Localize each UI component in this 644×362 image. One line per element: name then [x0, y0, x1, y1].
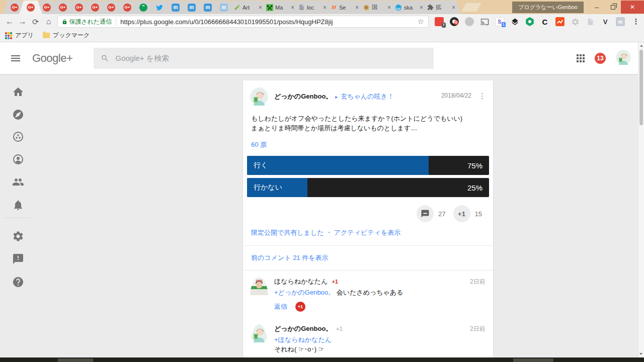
bookmark-apps[interactable]: アプリ — [5, 31, 34, 40]
poll-fill — [247, 156, 429, 175]
header-right: 13 — [577, 50, 631, 67]
back-button[interactable]: ← — [3, 17, 16, 26]
post-card: どっかのGenboo。 ▸ 玄ちゃんの呟き！ 2018/04/22 ⋮ もしわた… — [243, 80, 493, 362]
sidebar-item-settings[interactable] — [12, 230, 24, 242]
mention-link[interactable]: +ほならねかなたん — [274, 336, 332, 343]
notifications-badge[interactable]: 13 — [595, 53, 606, 64]
restore-icon — [611, 5, 615, 10]
plus-one-count: 15 — [475, 210, 482, 218]
mention-link[interactable]: +どっかのGenboo。 — [274, 289, 335, 296]
extension-wave-icon[interactable] — [555, 17, 565, 26]
poll-option-ikanai[interactable]: 行かない 25% — [247, 178, 489, 197]
collection-link[interactable]: 玄ちゃんの呟き！ — [341, 92, 394, 101]
poll-option-percent: 25% — [467, 184, 482, 192]
comment-time: 2日前 — [470, 324, 486, 362]
reload-button[interactable]: ⟳ — [29, 17, 42, 27]
tab-close-icon[interactable]: × — [355, 5, 359, 10]
extension-gear-faded-icon[interactable] — [571, 17, 580, 26]
profile-chip[interactable]: プログラなーいGenboo — [512, 2, 584, 13]
googleplus-favicon-icon: G+ — [11, 4, 19, 12]
lock-icon — [62, 19, 67, 25]
sidebar-item-people[interactable] — [12, 176, 24, 188]
extension-c-icon[interactable]: C — [540, 17, 549, 26]
reply-link[interactable]: 返信 — [274, 302, 287, 311]
previous-comments-link[interactable]: 前のコメント 21 件を表示 — [243, 246, 493, 270]
scrollbar-down-arrow[interactable] — [639, 353, 642, 355]
commenter-avatar[interactable] — [250, 324, 268, 362]
user-avatar[interactable] — [616, 50, 631, 67]
apps-grid-icon — [5, 32, 12, 39]
tab-close-icon[interactable]: × — [259, 5, 262, 10]
extension-blocker-icon[interactable]: 7 — [435, 17, 444, 26]
creeper-icon — [266, 4, 273, 11]
stylish-letter: S — [498, 19, 501, 25]
tab-extensions[interactable]: 拡 × — [422, 1, 461, 14]
extension-stylish-icon[interactable]: S1 — [495, 17, 504, 26]
browser-menu-icon[interactable]: ⋮ — [631, 17, 641, 26]
extension-mastodon-faded-icon[interactable]: m — [616, 17, 625, 26]
tab-close-icon[interactable]: × — [420, 5, 423, 10]
commenter-avatar[interactable] — [250, 277, 268, 318]
secure-indicator[interactable]: 保護された通信 — [62, 18, 112, 26]
hamburger-menu-icon[interactable] — [11, 54, 20, 63]
home-button[interactable]: ⌂ — [42, 17, 55, 26]
search-input[interactable] — [115, 54, 427, 62]
tab-close-icon[interactable]: × — [291, 5, 294, 10]
sidebar-item-communities[interactable] — [12, 131, 24, 143]
comment: どっかのGenboo。 +1 +ほならねかなたん それね( ☞･o･) ☞ 返信… — [243, 318, 493, 362]
collection-arrow-icon: ▸ — [335, 94, 338, 100]
post-author-name[interactable]: どっかのGenboo。 — [274, 92, 332, 101]
extension-doc-faded-icon[interactable] — [586, 17, 595, 26]
sidebar-item-discover[interactable] — [12, 109, 24, 121]
extension-layers-icon[interactable] — [510, 17, 519, 26]
post-author-avatar[interactable] — [250, 87, 268, 108]
sidebar-item-feedback[interactable] — [12, 253, 24, 265]
post-date: 2018/04/22 — [441, 87, 471, 99]
extension-cast-icon[interactable] — [480, 17, 489, 26]
poll-option-iku[interactable]: 行く 75% — [247, 156, 489, 175]
tab-close-icon[interactable]: × — [452, 5, 455, 10]
hangouts-favicon-icon: ” — [139, 4, 147, 12]
bookmark-star-icon[interactable]: ☆ — [418, 17, 424, 26]
googleplus-favicon-icon: G+ — [43, 4, 51, 12]
sidebar-item-help[interactable] — [12, 276, 24, 288]
tab-close-icon[interactable]: × — [387, 5, 391, 10]
sidebar-item-profile[interactable] — [12, 153, 24, 165]
new-tab-button[interactable] — [461, 3, 481, 12]
sidebar-divider — [5, 218, 31, 218]
scrollbar[interactable] — [638, 42, 644, 357]
share-visibility-link[interactable]: 限定公開で共有しました ・ アクティビティを表示 — [243, 223, 493, 245]
extension-photos-icon[interactable] — [465, 17, 474, 26]
tab-close-icon[interactable]: × — [323, 5, 327, 10]
comment-plusone-button[interactable]: +1 — [295, 302, 305, 312]
bookmark-folder[interactable]: ブックマーク — [43, 31, 90, 40]
post-body: もしわたしがオフ会やったとしたら来ますか？(ホントにどうでもいい) まぁとりま時… — [243, 108, 493, 133]
commenter-name[interactable]: ほならねかなたん — [274, 277, 328, 286]
sidebar-item-notifications[interactable] — [12, 199, 24, 211]
comment-button[interactable] — [417, 205, 434, 222]
extension-v-icon[interactable]: V — [601, 17, 610, 26]
google-apps-icon[interactable] — [577, 54, 585, 62]
extension-donut-icon[interactable]: 0 — [450, 17, 459, 26]
scrollbar-thumb[interactable] — [639, 50, 643, 125]
commenter-name[interactable]: どっかのGenboo。 — [274, 324, 332, 333]
plus-one-button[interactable]: +1 — [453, 205, 470, 222]
gplus-logo[interactable]: Google+ — [32, 52, 72, 65]
mastodon-letter: m — [618, 19, 623, 25]
tab-googleplus-active[interactable]: G+ — [19, 1, 42, 14]
scrollbar-up-arrow[interactable] — [640, 45, 643, 47]
sidebar-item-home[interactable] — [12, 86, 24, 98]
comment-plusone-badge: +1 — [332, 279, 338, 285]
window-restore-button[interactable] — [605, 1, 621, 14]
forward-button[interactable]: → — [16, 17, 29, 26]
document-icon — [298, 4, 305, 11]
mastodon-favicon-icon: m — [204, 4, 212, 12]
window-close-button[interactable]: ✕ — [621, 1, 644, 14]
address-bar[interactable]: 保護された通信 https://plus.google.com/u/0/1066… — [57, 16, 429, 28]
poll-votes-link[interactable]: 60 票 — [243, 133, 493, 149]
extension-hexagon-icon[interactable] — [525, 17, 534, 26]
poll-option-label: 行く — [247, 161, 268, 170]
post-menu-icon[interactable]: ⋮ — [471, 87, 486, 101]
search-box[interactable] — [94, 48, 434, 69]
window-minimize-button[interactable]: – — [589, 1, 605, 14]
